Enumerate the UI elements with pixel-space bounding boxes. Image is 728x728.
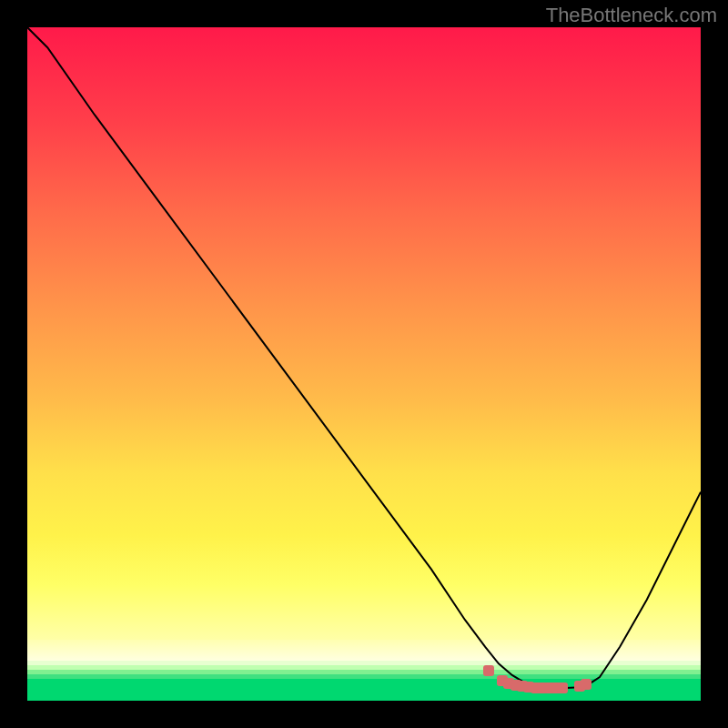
optimal-markers-layer bbox=[27, 27, 701, 701]
optimal-marker bbox=[557, 682, 568, 693]
attribution-text: TheBottleneck.com bbox=[546, 4, 717, 27]
optimal-marker bbox=[581, 679, 592, 690]
optimal-marker bbox=[483, 665, 494, 676]
plot-area bbox=[27, 27, 701, 701]
